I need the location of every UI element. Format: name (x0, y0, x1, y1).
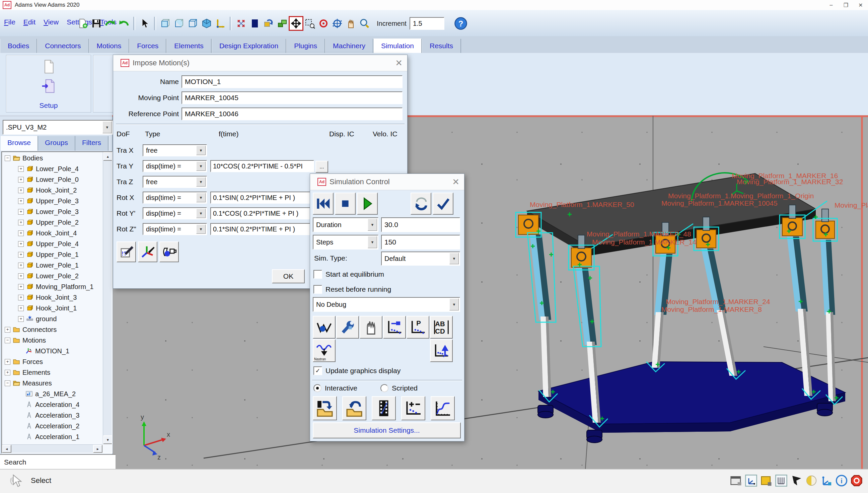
marker-plot-icon[interactable] (430, 339, 453, 362)
rotate-view-icon[interactable] (262, 17, 275, 30)
tree-item-lower-pole-0[interactable]: +Lower_Pole_0 (2, 174, 103, 185)
shaded-view-icon[interactable] (200, 17, 213, 30)
window-icon[interactable] (729, 474, 743, 488)
reset-before-running-checkbox[interactable]: Reset before running (313, 285, 391, 294)
shade-sphere-icon[interactable] (805, 474, 818, 488)
collapse-icon[interactable]: − (5, 381, 10, 386)
tree-item-lower-pole-2[interactable]: +Lower_Pole_2 (2, 271, 103, 281)
tree-item-upper-pole-1[interactable]: +Upper_Pole_1 (2, 249, 103, 260)
import-run-icon[interactable] (342, 396, 366, 420)
marker-orientation-icon[interactable] (138, 241, 157, 262)
ftime-input[interactable]: 0.1*SIN( 0.2*PI*TIME + PI ) (210, 223, 314, 235)
playback-rewind-icon[interactable] (313, 193, 333, 215)
sidebar-tab-filters[interactable]: Filters (75, 136, 108, 151)
expand-icon[interactable]: + (18, 209, 24, 215)
expand-icon[interactable]: + (18, 284, 24, 290)
dof-type-select[interactable]: disp(time) =▼ (143, 160, 207, 172)
tree-item-acceleration-1[interactable]: Acceleration_1 (2, 431, 103, 442)
tree-vertical-scrollbar[interactable]: ▲ ▼ (103, 152, 112, 444)
increment-input[interactable]: 1.5 (410, 17, 444, 30)
tree-item-lower-pole-1[interactable]: +Lower_Pole_1 (2, 260, 103, 271)
displacement-ic-plot-icon[interactable] (383, 316, 406, 339)
tree-item-forces[interactable]: +Forces (2, 356, 103, 367)
stop-sign-icon[interactable] (850, 474, 863, 488)
menu-view[interactable]: View (44, 18, 59, 26)
part-geometry-icon[interactable] (276, 17, 289, 30)
tab-bodies[interactable]: Bodies (0, 39, 37, 53)
tree-item-measures[interactable]: −Measures (2, 378, 103, 388)
apply-check-icon[interactable] (433, 193, 453, 215)
new-model-icon[interactable] (77, 17, 89, 30)
tree-item-a-26-mea-2[interactable]: a_26_MEA_2 (2, 388, 103, 399)
ftime-more-button[interactable]: ... (316, 161, 328, 173)
small-triad-icon[interactable] (820, 474, 833, 488)
tree-item-acceleration-4[interactable]: Acceleration_4 (2, 399, 103, 410)
tree-item-hook-joint-4[interactable]: +Hook_Joint_4 (2, 228, 103, 238)
expand-icon[interactable]: + (18, 231, 24, 236)
pan-hand-icon[interactable] (345, 17, 357, 30)
expand-icon[interactable]: + (5, 327, 10, 333)
edit-motion-icon[interactable]: !? (116, 241, 136, 262)
tab-connectors[interactable]: Connectors (37, 39, 89, 53)
expand-icon[interactable]: + (18, 295, 24, 300)
playback-stop-icon[interactable] (335, 193, 356, 215)
expand-icon[interactable]: + (18, 177, 24, 183)
save-run-icon[interactable] (313, 396, 337, 420)
momentum-ic-plot-icon[interactable]: P (407, 316, 429, 339)
simulation-control-title-bar[interactable]: Ad Simulation Control ✕ (310, 174, 464, 190)
help-button[interactable]: ? (454, 17, 468, 30)
tree-horizontal-scrollbar[interactable]: ◄ ► (2, 445, 103, 453)
tree-item-elements[interactable]: +Elements (2, 367, 103, 378)
scroll-down-icon[interactable]: ▼ (103, 435, 112, 444)
dof-type-select[interactable]: disp(time) =▼ (143, 223, 207, 235)
update-graphics-checkbox[interactable]: ✓Update graphics display (313, 366, 400, 375)
tree-item-acceleration-2[interactable]: Acceleration_2 (2, 421, 103, 431)
tree-item-bodies[interactable]: −Bodies (2, 153, 103, 164)
expand-icon[interactable]: + (18, 252, 24, 258)
dof-type-select[interactable]: disp(time) =▼ (143, 207, 207, 219)
tree-item-upper-pole-4[interactable]: +Upper_Pole_4 (2, 238, 103, 249)
expand-icon[interactable]: + (18, 220, 24, 226)
impose-motion-title-bar[interactable]: Ad Impose Motion(s) ✕ (113, 55, 407, 71)
dof-type-select[interactable]: disp(time) =▼ (143, 192, 207, 203)
expand-icon[interactable]: + (18, 241, 24, 247)
undo-icon[interactable] (117, 17, 130, 30)
plot-diff-icon[interactable] (401, 396, 425, 420)
tree-item-moving-platform-1[interactable]: +Moving_Platform_1 (2, 281, 103, 292)
model-selector[interactable]: .SPU_V3_M2▼ (3, 120, 113, 135)
expand-icon[interactable]: + (18, 273, 24, 279)
reference-point-input[interactable]: MARKER_10046 (181, 108, 403, 120)
view-triad-icon[interactable] (214, 17, 227, 30)
info-icon[interactable]: i (835, 474, 848, 488)
expand-icon[interactable]: + (18, 305, 24, 311)
ftime-input[interactable]: 0.1*COS( 0.2*PI*TIME + PI ) (210, 207, 314, 219)
plot-curve-icon[interactable] (431, 396, 455, 420)
duration-input[interactable]: 30.0 (381, 217, 460, 232)
tree-item-lower-pole-4[interactable]: +Lower_Pole_4 (2, 164, 103, 174)
scroll-right-icon[interactable]: ► (93, 445, 103, 453)
expand-icon[interactable]: + (18, 316, 24, 322)
sim-type-select[interactable]: Default▼ (381, 252, 460, 265)
collapse-icon[interactable]: − (5, 338, 10, 343)
animation-plot-icon[interactable] (313, 316, 335, 339)
rotate-3d-icon[interactable] (331, 17, 344, 30)
expand-icon[interactable]: + (18, 262, 24, 268)
tree-item-lower-pole-3[interactable]: +Lower_Pole_3 (2, 206, 103, 217)
view-top-icon[interactable] (173, 17, 186, 30)
tree-item-motions[interactable]: −Motions (2, 335, 103, 346)
animation-film-icon[interactable] (372, 396, 396, 420)
sidebar-tab-groups[interactable]: Groups (38, 136, 75, 151)
tab-machinery[interactable]: Machinery (325, 39, 373, 53)
tab-plugins[interactable]: Plugins (286, 39, 325, 53)
search-input[interactable]: Search (0, 454, 115, 470)
scripted-radio[interactable]: Scripted (381, 384, 418, 392)
close-button[interactable]: ✕ (853, 0, 868, 10)
import-solver-icon[interactable] (41, 77, 56, 95)
ok-button[interactable]: OK (272, 269, 305, 283)
tree-item-motion-1[interactable]: MOTION_1 (2, 346, 103, 356)
expand-icon[interactable]: + (18, 198, 24, 204)
dialog-close-icon[interactable]: ✕ (395, 59, 403, 67)
save-icon[interactable] (90, 17, 103, 30)
tree-item-acceleration-3[interactable]: Acceleration_3 (2, 410, 103, 421)
move-tool-icon[interactable] (290, 17, 302, 30)
